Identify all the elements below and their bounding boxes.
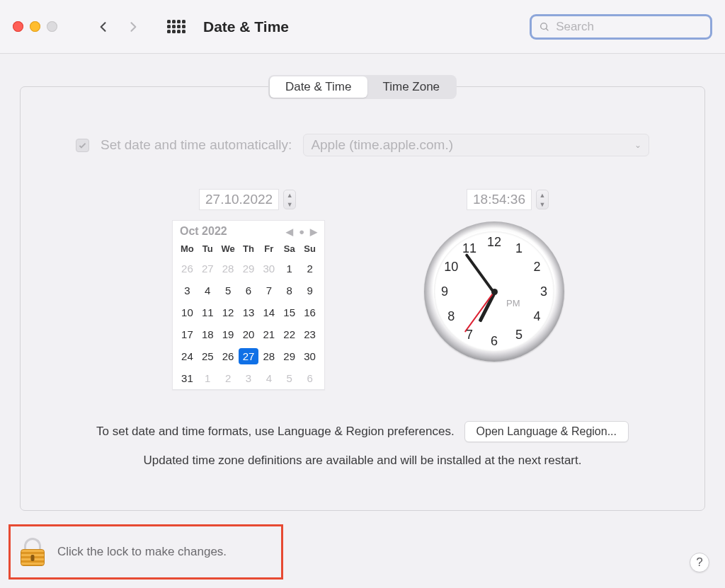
calendar-day[interactable]: 30: [258, 260, 279, 277]
calendar-dow: Su: [299, 243, 320, 254]
calendar-day[interactable]: 14: [258, 304, 279, 321]
calendar-next-icon[interactable]: ▶: [310, 226, 317, 237]
calendar-day[interactable]: 2: [218, 370, 239, 386]
search-field[interactable]: [530, 14, 712, 40]
calendar-day[interactable]: 21: [258, 326, 279, 342]
calendar-day[interactable]: 27: [239, 348, 259, 364]
calendar-day[interactable]: 7: [258, 282, 279, 299]
calendar-day[interactable]: 2: [299, 260, 320, 277]
calendar-dow: Th: [239, 243, 259, 254]
calendar-day[interactable]: 4: [258, 370, 279, 386]
calendar-day[interactable]: 13: [239, 304, 259, 321]
clock-numeral: 2: [534, 260, 541, 275]
clock-numeral: 9: [441, 284, 448, 299]
clock-numeral: 7: [466, 327, 473, 342]
calendar-day[interactable]: 3: [177, 282, 198, 299]
lock-row: Click the lock to make changes.: [8, 524, 283, 580]
calendar-day[interactable]: 27: [198, 260, 218, 277]
calendar-day[interactable]: 6: [239, 282, 259, 299]
calendar-day[interactable]: 12: [218, 304, 239, 321]
date-field[interactable]: 27.10.2022: [199, 189, 279, 210]
calendar-day[interactable]: 9: [299, 282, 320, 299]
clock-hour-hand: [478, 292, 496, 322]
calendar[interactable]: Oct 2022 ◀ ● ▶ MoTuWeThFrSaSu 2627282930…: [172, 220, 325, 390]
calendar-day[interactable]: 5: [218, 282, 239, 299]
calendar-day[interactable]: 22: [279, 326, 299, 342]
calendar-dow: Mo: [177, 243, 198, 254]
clock-minute-hand: [464, 253, 495, 294]
calendar-day[interactable]: 18: [198, 326, 218, 342]
back-button[interactable]: [91, 15, 115, 39]
clock-numeral: 12: [487, 235, 501, 250]
clock-numeral: 1: [515, 241, 523, 256]
time-field[interactable]: 18:54:36: [467, 189, 532, 210]
calendar-today-icon[interactable]: ●: [299, 226, 304, 237]
clock-numeral: 5: [515, 327, 523, 342]
chevron-left-icon: [96, 20, 110, 34]
calendar-day[interactable]: 23: [299, 326, 320, 342]
calendar-day[interactable]: 19: [218, 326, 239, 342]
calendar-day[interactable]: 26: [218, 348, 239, 364]
window-controls: [13, 21, 57, 32]
auto-time-row: Set date and time automatically: Apple (…: [76, 129, 649, 161]
footer-formats-row: To set date and time formats, use Langua…: [21, 421, 704, 442]
calendar-day[interactable]: 25: [198, 348, 218, 364]
calendar-day[interactable]: 29: [279, 348, 299, 364]
calendar-day[interactable]: 20: [239, 326, 259, 342]
calendar-day[interactable]: 16: [299, 304, 320, 321]
clock-pin: [491, 289, 498, 295]
open-language-region-button[interactable]: Open Language & Region...: [464, 421, 629, 442]
calendar-prev-icon[interactable]: ◀: [286, 226, 293, 237]
calendar-day[interactable]: 1: [198, 370, 218, 386]
clock-numeral: 8: [447, 309, 455, 324]
calendar-dow: We: [218, 243, 239, 254]
show-all-prefs-button[interactable]: [166, 17, 186, 37]
page-title: Date & Time: [203, 18, 289, 35]
date-stepper[interactable]: ▲▼: [283, 190, 296, 209]
tab-time-zone[interactable]: Time Zone: [367, 76, 455, 98]
calendar-day[interactable]: 28: [218, 260, 239, 277]
toolbar: Date & Time: [0, 0, 725, 54]
time-server-dropdown[interactable]: Apple (time.apple.com.) ⌄: [303, 134, 649, 156]
calendar-day[interactable]: 28: [258, 348, 279, 364]
svg-point-0: [541, 23, 547, 29]
analog-clock[interactable]: PM 121234567891011: [424, 221, 564, 362]
lock-text: Click the lock to make changes.: [57, 545, 227, 559]
forward-button[interactable]: [121, 15, 145, 39]
calendar-day[interactable]: 31: [177, 370, 198, 386]
calendar-day[interactable]: 8: [279, 282, 299, 299]
lock-icon[interactable]: [21, 538, 45, 566]
calendar-day[interactable]: 1: [279, 260, 299, 277]
calendar-day[interactable]: 11: [198, 304, 218, 321]
calendar-day[interactable]: 6: [299, 370, 320, 386]
calendar-dow: Fr: [258, 243, 279, 254]
calendar-dow: Tu: [198, 243, 218, 254]
calendar-day[interactable]: 29: [239, 260, 259, 277]
tab-bar: Date & Time Time Zone: [268, 75, 457, 99]
search-input[interactable]: [556, 20, 703, 34]
calendar-day[interactable]: 10: [177, 304, 198, 321]
clock-ampm: PM: [506, 298, 520, 309]
auto-time-checkbox[interactable]: [76, 139, 89, 152]
tab-date-time[interactable]: Date & Time: [270, 76, 367, 98]
close-window-button[interactable]: [13, 21, 23, 32]
calendar-day[interactable]: 24: [177, 348, 198, 364]
chevron-right-icon: [126, 20, 140, 34]
clock-numeral: 11: [462, 241, 476, 256]
help-button[interactable]: ?: [690, 553, 709, 572]
time-stepper[interactable]: ▲▼: [536, 190, 549, 209]
zoom-window-button[interactable]: [47, 21, 57, 32]
calendar-day[interactable]: 15: [279, 304, 299, 321]
time-server-value: Apple (time.apple.com.): [311, 137, 453, 153]
calendar-day[interactable]: 17: [177, 326, 198, 342]
calendar-day[interactable]: 4: [198, 282, 218, 299]
calendar-month-label: Oct 2022: [180, 225, 227, 238]
calendar-day[interactable]: 5: [279, 370, 299, 386]
auto-time-label: Set date and time automatically:: [101, 137, 292, 153]
chevron-down-icon: ⌄: [634, 140, 641, 150]
calendar-day[interactable]: 3: [239, 370, 259, 386]
minimize-window-button[interactable]: [30, 21, 40, 32]
calendar-day[interactable]: 26: [177, 260, 198, 277]
svg-line-1: [546, 28, 548, 30]
calendar-day[interactable]: 30: [299, 348, 320, 364]
